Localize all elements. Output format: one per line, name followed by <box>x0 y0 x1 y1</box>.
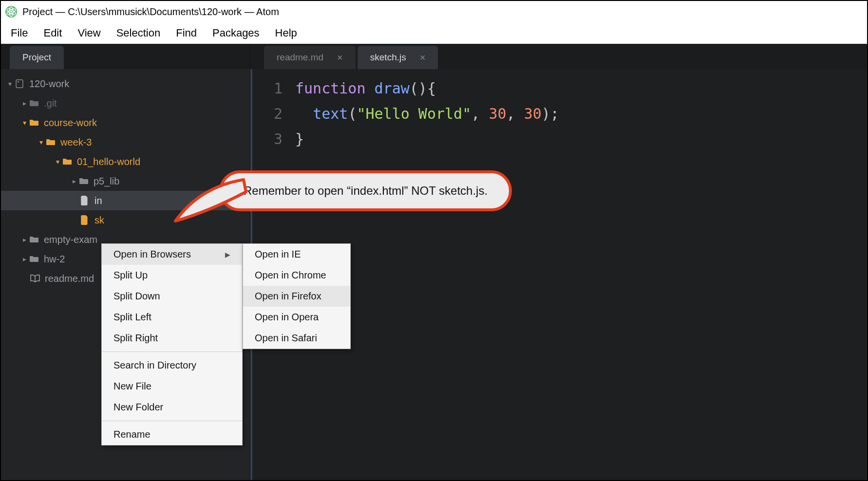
ctx-rename[interactable]: Rename <box>102 424 242 445</box>
chevron-down-icon: ▾ <box>37 138 45 146</box>
line-number: 2 <box>252 101 283 127</box>
tree-label: empty-exam <box>44 234 97 245</box>
ctx-search-directory[interactable]: Search in Directory <box>102 355 242 376</box>
tree-label: week-3 <box>60 137 92 148</box>
close-icon[interactable]: × <box>337 52 343 63</box>
ctx-split-up[interactable]: Split Up <box>102 265 242 286</box>
ctx-label: Rename <box>113 429 151 440</box>
menu-packages[interactable]: Packages <box>206 24 266 42</box>
tree-label: .git <box>44 98 57 109</box>
tree-root[interactable]: ▾ 120-work <box>1 74 250 93</box>
chevron-right-icon: ▸ <box>20 99 28 107</box>
ctx-split-left[interactable]: Split Left <box>102 307 242 328</box>
context-menu: Open in Browsers ▶ Split Up Split Down S… <box>101 243 243 445</box>
sidebar-tab-project[interactable]: Project <box>10 46 64 69</box>
ctx-label: Search in Directory <box>113 360 196 371</box>
window-title: Project — C:\Users\mmusick\Documents\120… <box>22 6 279 18</box>
menu-view[interactable]: View <box>71 24 107 42</box>
menubar: File Edit View Selection Find Packages H… <box>1 22 867 44</box>
ctx-separator <box>102 421 242 421</box>
tree-label: course-work <box>44 117 97 129</box>
ctx-label: Split Down <box>113 291 160 302</box>
repo-icon <box>14 79 25 89</box>
ctx-open-opera[interactable]: Open in Opera <box>243 307 350 328</box>
ctx-separator <box>102 352 242 352</box>
ctx-label: New File <box>113 381 151 392</box>
titlebar: Project — C:\Users\mmusick\Documents\120… <box>1 1 867 22</box>
tree-coursework[interactable]: ▾ course-work <box>1 113 250 132</box>
ctx-open-firefox[interactable]: Open in Firefox <box>243 286 350 307</box>
token-number: 30 <box>524 105 542 122</box>
menu-file[interactable]: File <box>4 24 35 42</box>
menu-selection[interactable]: Selection <box>110 24 168 42</box>
tree-label: 120-work <box>29 78 69 90</box>
submenu-arrow-icon: ▶ <box>225 251 230 259</box>
ctx-label: Split Up <box>113 270 148 281</box>
ctx-open-ie[interactable]: Open in IE <box>243 244 350 265</box>
file-icon <box>79 196 91 205</box>
ctx-open-safari[interactable]: Open in Safari <box>243 328 350 349</box>
context-submenu: Open in IE Open in Chrome Open in Firefo… <box>243 243 351 349</box>
tree-label: sk <box>94 215 104 226</box>
chevron-down-icon: ▾ <box>20 119 28 127</box>
folder-icon <box>28 255 40 263</box>
token-function: text <box>313 105 348 122</box>
token-brace: } <box>295 130 304 148</box>
svg-point-4 <box>10 11 12 13</box>
token-function: draw <box>375 80 410 97</box>
callout-text: Remember to open “index.html” NOT sketch… <box>244 184 488 197</box>
token-string: "Hello World" <box>357 105 471 122</box>
ctx-split-down[interactable]: Split Down <box>102 286 242 307</box>
line-number: 3 <box>252 127 283 152</box>
ctx-new-file[interactable]: New File <box>102 376 242 397</box>
ctx-open-in-browsers[interactable]: Open in Browsers ▶ <box>102 244 242 265</box>
chevron-right-icon: ▸ <box>70 177 78 185</box>
callout-bubble: Remember to open “index.html” NOT sketch… <box>219 170 512 211</box>
menu-help[interactable]: Help <box>268 24 304 42</box>
chevron-down-icon: ▾ <box>54 158 61 166</box>
folder-open-icon <box>28 119 40 127</box>
close-icon[interactable]: × <box>420 52 426 63</box>
tree-label: p5_lib <box>94 176 119 187</box>
sidebar-tabbar: Project <box>1 44 250 69</box>
menu-find[interactable]: Find <box>169 24 204 42</box>
chevron-right-icon: ▸ <box>20 255 28 263</box>
tree-label: 01_hello-world <box>77 156 140 167</box>
line-number: 1 <box>252 76 283 101</box>
folder-open-icon <box>45 138 57 146</box>
ctx-label: Split Right <box>113 333 158 344</box>
ctx-label: Open in Chrome <box>255 270 326 281</box>
tree-week3[interactable]: ▾ week-3 <box>1 132 250 152</box>
token-number: 30 <box>489 105 506 122</box>
ctx-new-folder[interactable]: New Folder <box>102 397 242 418</box>
ctx-label: Open in Firefox <box>255 291 321 302</box>
folder-icon <box>78 177 90 185</box>
tab-sketch[interactable]: sketch.js × <box>358 46 438 69</box>
ctx-label: Open in IE <box>255 249 301 260</box>
folder-icon <box>28 236 40 243</box>
chevron-down-icon: ▾ <box>6 80 14 88</box>
ctx-split-right[interactable]: Split Right <box>102 328 242 349</box>
folder-open-icon <box>61 158 73 166</box>
ctx-label: Open in Safari <box>255 333 317 344</box>
tab-readme[interactable]: readme.md × <box>264 46 356 69</box>
ctx-label: Open in Browsers <box>113 249 191 260</box>
tree-git[interactable]: ▸ .git <box>1 93 250 113</box>
menu-edit[interactable]: Edit <box>37 24 69 42</box>
annotation-callout: Remember to open “index.html” NOT sketch… <box>219 170 512 211</box>
ctx-label: New Folder <box>113 402 163 413</box>
book-icon <box>29 274 41 283</box>
tree-label: in <box>94 195 102 206</box>
callout-tail-icon <box>170 158 248 226</box>
atom-logo-icon <box>5 5 18 18</box>
chevron-right-icon: ▸ <box>20 236 28 243</box>
ctx-label: Open in Opera <box>255 312 319 323</box>
token-keyword: function <box>295 80 366 97</box>
file-icon <box>79 215 91 225</box>
ctx-open-chrome[interactable]: Open in Chrome <box>243 265 350 286</box>
sidebar-tab-label: Project <box>22 52 51 63</box>
editor-tabbar: readme.md × sketch.js × <box>250 44 867 69</box>
tab-label: readme.md <box>277 52 323 63</box>
tree-label: readme.md <box>45 273 94 284</box>
tab-label: sketch.js <box>370 52 406 63</box>
